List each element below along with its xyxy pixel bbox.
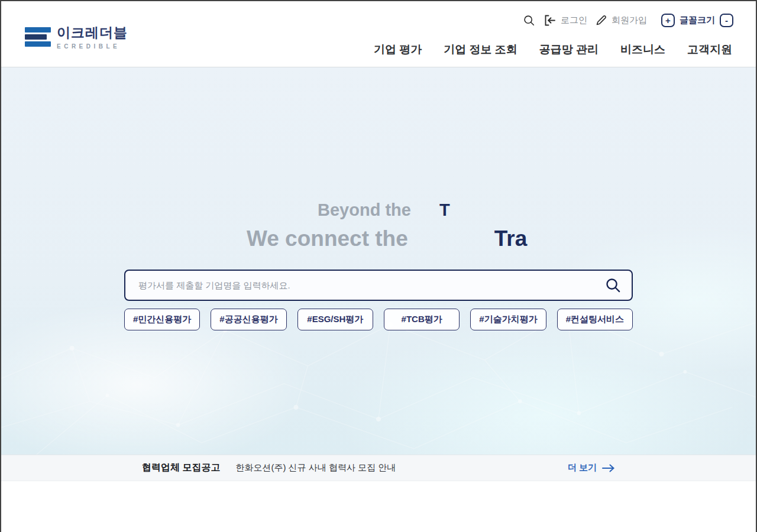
company-search-submit-button[interactable] — [605, 277, 621, 293]
tag-consulting-service[interactable]: #컨설팅서비스 — [557, 309, 633, 330]
tag-esg-sh-rating[interactable]: #ESG/SH평가 — [297, 309, 373, 330]
fontsize-control: + 글꼴크기 - — [661, 14, 733, 27]
hero-content: Beyond theT We connect theTra #민간신용평가 #공… — [124, 67, 633, 330]
signup-label: 회원가입 — [612, 15, 647, 26]
hero-headline-line2: We connect theTra — [124, 225, 633, 253]
main-nav: 기업 평가 기업 정보 조회 공급망 관리 비즈니스 고객지원 — [374, 42, 732, 57]
hero-line2-typed: Tra — [494, 226, 528, 251]
header-search-button[interactable] — [523, 15, 535, 26]
company-search-input[interactable] — [138, 280, 605, 290]
hero-headline-line1: Beyond theT — [124, 199, 633, 221]
tag-public-credit-rating[interactable]: #공공신용평가 — [211, 309, 286, 330]
nav-item-supply-chain[interactable]: 공급망 관리 — [539, 42, 599, 57]
nav-item-corporate-info[interactable]: 기업 정보 조회 — [444, 42, 517, 57]
notice-category-label: 협력업체 모집공고 — [142, 462, 220, 474]
notice-content: 협력업체 모집공고 한화오션(주) 신규 사내 협력사 모집 안내 더 보기 — [142, 462, 615, 474]
fontsize-label: 글꼴크기 — [680, 15, 715, 26]
hero-line1-static: Beyond the — [318, 200, 411, 219]
brand-logo-text: 이크레더블 ECREDIBLE — [57, 24, 128, 50]
logo-bar-top — [25, 27, 51, 33]
brand-name-korean: 이크레더블 — [57, 24, 128, 42]
fontsize-increase-button[interactable]: + — [661, 14, 675, 27]
company-search-box — [124, 270, 633, 301]
nav-item-corporate-rating[interactable]: 기업 평가 — [374, 42, 422, 57]
notice-bar: 협력업체 모집공고 한화오션(주) 신규 사내 협력사 모집 안내 더 보기 — [1, 455, 756, 481]
login-icon — [543, 14, 557, 27]
page: 이크레더블 ECREDIBLE 로그인 회원가입 — [0, 0, 757, 532]
logo-bar-bottom — [25, 41, 51, 47]
nav-item-customer-support[interactable]: 고객지원 — [687, 42, 732, 57]
nav-item-business[interactable]: 비즈니스 — [620, 42, 665, 57]
login-button[interactable]: 로그인 — [543, 14, 587, 27]
tag-private-credit-rating[interactable]: #민간신용평가 — [124, 309, 200, 330]
hero-line1-typed: T — [439, 200, 450, 219]
tag-tech-value-rating[interactable]: #기술가치평가 — [470, 309, 546, 330]
notice-more-button[interactable]: 더 보기 — [568, 462, 615, 473]
notice-title-link[interactable]: 한화오션(주) 신규 사내 협력사 모집 안내 — [235, 462, 567, 473]
search-icon — [523, 15, 535, 26]
hero-line2-static: We connect the — [247, 226, 408, 251]
tag-tcb-rating[interactable]: #TCB평가 — [384, 309, 460, 330]
fontsize-decrease-button[interactable]: - — [720, 14, 733, 27]
hero-section: Beyond theT We connect theTra #민간신용평가 #공… — [1, 67, 756, 455]
footer-whitespace — [1, 481, 756, 532]
utility-bar: 로그인 회원가입 + 글꼴크기 - — [523, 12, 733, 28]
notice-more-label: 더 보기 — [568, 462, 597, 473]
brand-logo-icon — [25, 27, 51, 47]
search-icon — [605, 277, 621, 293]
login-label: 로그인 — [561, 15, 587, 26]
signup-button[interactable]: 회원가입 — [596, 14, 647, 26]
pencil-icon — [596, 14, 607, 26]
arrow-right-icon — [602, 464, 615, 472]
header: 이크레더블 ECREDIBLE 로그인 회원가입 — [1, 1, 756, 67]
logo-bar-middle — [25, 34, 47, 40]
brand-name-english: ECREDIBLE — [57, 43, 128, 50]
quick-tag-row: #민간신용평가 #공공신용평가 #ESG/SH평가 #TCB평가 #기술가치평가… — [124, 309, 633, 330]
brand-logo[interactable]: 이크레더블 ECREDIBLE — [25, 24, 128, 50]
